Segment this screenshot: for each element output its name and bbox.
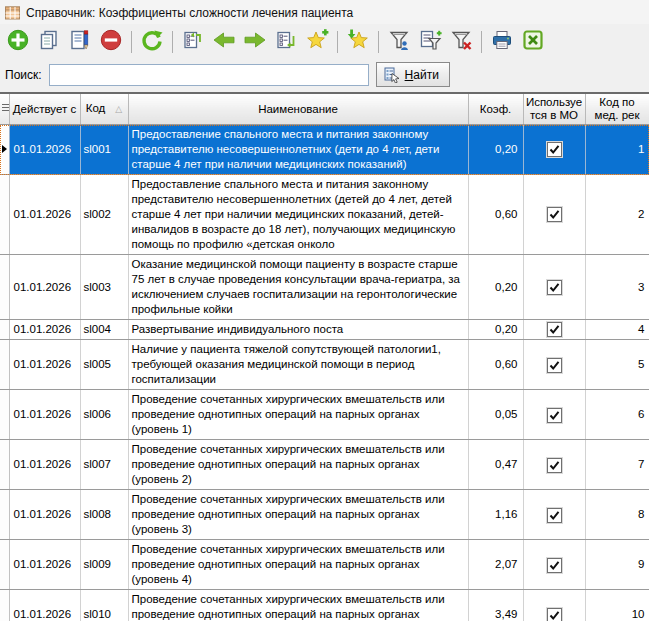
arrow-left-button[interactable] bbox=[210, 28, 238, 56]
cell-med-code[interactable]: 7 bbox=[585, 440, 649, 490]
gutter-header[interactable] bbox=[0, 94, 9, 125]
table-row[interactable]: 01.01.2026sl001Предоставление спального … bbox=[0, 125, 649, 175]
cell-med-code[interactable]: 1 bbox=[585, 125, 649, 175]
table-row[interactable]: 01.01.2026sl010Проведение сочетанных хир… bbox=[0, 590, 649, 621]
table-row[interactable]: 01.01.2026sl006Проведение сочетанных хир… bbox=[0, 390, 649, 440]
row-gutter[interactable] bbox=[0, 540, 9, 590]
row-gutter[interactable] bbox=[0, 440, 9, 490]
cell-code[interactable]: sl001 bbox=[80, 125, 128, 175]
cell-code[interactable]: sl008 bbox=[80, 490, 128, 540]
filter-user-button[interactable] bbox=[385, 28, 413, 56]
table-row[interactable]: 01.01.2026sl003Оказание медицинской помо… bbox=[0, 255, 649, 320]
used-checkbox[interactable] bbox=[547, 508, 562, 523]
filter-clear-button[interactable] bbox=[447, 28, 475, 56]
row-gutter[interactable] bbox=[0, 340, 9, 390]
cell-used[interactable] bbox=[523, 340, 585, 390]
excel-button[interactable] bbox=[519, 28, 547, 56]
cell-name[interactable]: Предоставление спального места и питания… bbox=[128, 175, 468, 255]
cell-med-code[interactable]: 4 bbox=[585, 320, 649, 340]
table-row[interactable]: 01.01.2026sl005Наличие у пациента тяжело… bbox=[0, 340, 649, 390]
cell-name[interactable]: Проведение сочетанных хирургических вмеш… bbox=[128, 490, 468, 540]
row-gutter[interactable] bbox=[0, 255, 9, 320]
cell-name[interactable]: Проведение сочетанных хирургических вмеш… bbox=[128, 440, 468, 490]
cell-used[interactable] bbox=[523, 320, 585, 340]
used-checkbox[interactable] bbox=[547, 408, 562, 423]
cell-used[interactable] bbox=[523, 255, 585, 320]
star-add-button[interactable] bbox=[303, 28, 331, 56]
cell-date[interactable]: 01.01.2026 bbox=[9, 590, 80, 621]
used-checkbox[interactable] bbox=[547, 358, 562, 373]
cell-code[interactable]: sl002 bbox=[80, 175, 128, 255]
delete-button[interactable] bbox=[97, 28, 125, 56]
find-button[interactable]: Найти bbox=[376, 62, 450, 87]
table-row[interactable]: 01.01.2026sl007Проведение сочетанных хир… bbox=[0, 440, 649, 490]
cell-name[interactable]: Наличие у пациента тяжелой сопутствующей… bbox=[128, 340, 468, 390]
cell-med-code[interactable]: 2 bbox=[585, 175, 649, 255]
cell-name[interactable]: Оказание медицинской помощи пациенту в в… bbox=[128, 255, 468, 320]
cell-coef[interactable]: 0,20 bbox=[468, 255, 523, 320]
cell-date[interactable]: 01.01.2026 bbox=[9, 320, 80, 340]
cell-date[interactable]: 01.01.2026 bbox=[9, 490, 80, 540]
used-checkbox[interactable] bbox=[547, 458, 562, 473]
cell-code[interactable]: sl005 bbox=[80, 340, 128, 390]
copy-button[interactable] bbox=[35, 28, 63, 56]
used-checkbox[interactable] bbox=[547, 322, 562, 337]
used-checkbox[interactable] bbox=[547, 142, 562, 157]
cell-med-code[interactable]: 8 bbox=[585, 490, 649, 540]
search-input[interactable] bbox=[49, 64, 369, 86]
cell-date[interactable]: 01.01.2026 bbox=[9, 540, 80, 590]
cell-used[interactable] bbox=[523, 390, 585, 440]
cell-name[interactable]: Проведение сочетанных хирургических вмеш… bbox=[128, 590, 468, 621]
used-checkbox[interactable] bbox=[547, 558, 562, 573]
cell-med-code[interactable]: 5 bbox=[585, 340, 649, 390]
cell-name[interactable]: Развертывание индивидуального поста bbox=[128, 320, 468, 340]
row-gutter[interactable] bbox=[0, 175, 9, 255]
cell-coef[interactable]: 0,47 bbox=[468, 440, 523, 490]
cell-date[interactable]: 01.01.2026 bbox=[9, 390, 80, 440]
column-header-code[interactable]: Код△ bbox=[80, 94, 128, 125]
table-row[interactable]: 01.01.2026sl004Развертывание индивидуаль… bbox=[0, 320, 649, 340]
column-header-date[interactable]: Действует с bbox=[9, 94, 80, 125]
cell-used[interactable] bbox=[523, 125, 585, 175]
table-row[interactable]: 01.01.2026sl002Предоставление спального … bbox=[0, 175, 649, 255]
cell-med-code[interactable]: 6 bbox=[585, 390, 649, 440]
cell-code[interactable]: sl007 bbox=[80, 440, 128, 490]
used-checkbox[interactable] bbox=[547, 207, 562, 222]
row-gutter[interactable] bbox=[0, 125, 9, 175]
cell-coef[interactable]: 0,20 bbox=[468, 125, 523, 175]
row-gutter[interactable] bbox=[0, 590, 9, 621]
used-checkbox[interactable] bbox=[547, 608, 562, 621]
list-back-button[interactable] bbox=[272, 28, 300, 56]
cell-used[interactable] bbox=[523, 175, 585, 255]
list-forward-button[interactable] bbox=[179, 28, 207, 56]
add-button[interactable] bbox=[4, 28, 32, 56]
table-row[interactable]: 01.01.2026sl009Проведение сочетанных хир… bbox=[0, 540, 649, 590]
used-checkbox[interactable] bbox=[547, 280, 562, 295]
edit-button[interactable] bbox=[66, 28, 94, 56]
cell-name[interactable]: Предоставление спального места и питания… bbox=[128, 125, 468, 175]
arrow-right-button[interactable] bbox=[241, 28, 269, 56]
cell-code[interactable]: sl010 bbox=[80, 590, 128, 621]
column-header-name[interactable]: Наименование bbox=[128, 94, 468, 125]
filter-edit-button[interactable] bbox=[416, 28, 444, 56]
row-gutter[interactable] bbox=[0, 390, 9, 440]
cell-coef[interactable]: 0,20 bbox=[468, 320, 523, 340]
cell-coef[interactable]: 0,05 bbox=[468, 390, 523, 440]
column-header-used[interactable]: Используется в МО bbox=[523, 94, 585, 125]
cell-name[interactable]: Проведение сочетанных хирургических вмеш… bbox=[128, 540, 468, 590]
cell-used[interactable] bbox=[523, 540, 585, 590]
column-header-med[interactable]: Код по мед. рек bbox=[585, 94, 649, 125]
cell-coef[interactable]: 0,60 bbox=[468, 175, 523, 255]
cell-med-code[interactable]: 10 bbox=[585, 590, 649, 621]
cell-coef[interactable]: 1,16 bbox=[468, 490, 523, 540]
cell-code[interactable]: sl009 bbox=[80, 540, 128, 590]
cell-used[interactable] bbox=[523, 440, 585, 490]
cell-date[interactable]: 01.01.2026 bbox=[9, 175, 80, 255]
cell-code[interactable]: sl006 bbox=[80, 390, 128, 440]
column-header-coef[interactable]: Коэф. bbox=[468, 94, 523, 125]
cell-code[interactable]: sl003 bbox=[80, 255, 128, 320]
cell-date[interactable]: 01.01.2026 bbox=[9, 255, 80, 320]
cell-code[interactable]: sl004 bbox=[80, 320, 128, 340]
cell-coef[interactable]: 2,07 bbox=[468, 540, 523, 590]
cell-coef[interactable]: 0,60 bbox=[468, 340, 523, 390]
